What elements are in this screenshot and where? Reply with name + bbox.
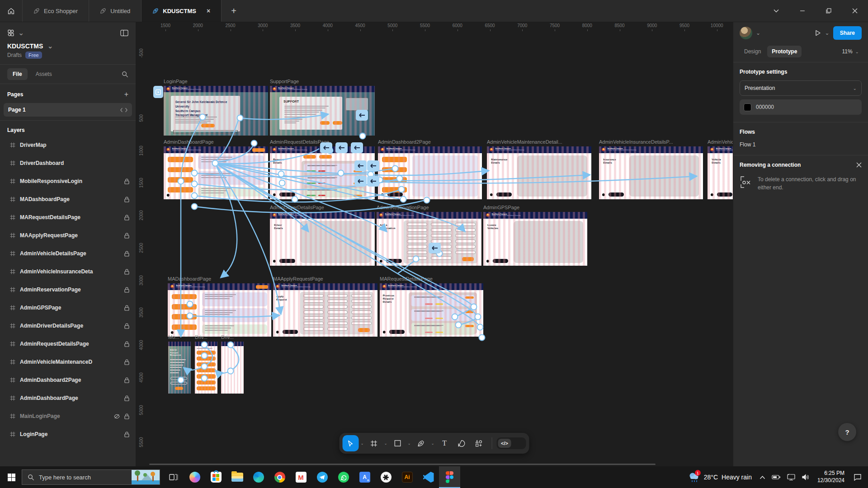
frame-adminrequestdetailspage[interactable]: AdminRequestDetailsPageSouthern CampusGe…	[270, 146, 375, 199]
taskbar-app-copilot[interactable]	[184, 466, 205, 488]
maximize-button[interactable]	[816, 0, 842, 22]
new-tab-button[interactable]: +	[222, 0, 246, 22]
connection-node[interactable]	[192, 204, 198, 210]
lock-icon[interactable]	[124, 305, 129, 311]
mobile-menu-pill[interactable]	[197, 362, 216, 366]
form-input[interactable]	[455, 234, 476, 238]
form-input[interactable]	[303, 327, 324, 331]
logout-pill[interactable]	[256, 285, 268, 289]
form-input[interactable]	[455, 228, 476, 232]
layer-item-mobileresponsivelogin[interactable]: MobileResponsiveLogin	[0, 172, 136, 190]
frame-adminreservationpage[interactable]: AdminReservationPageSouthern CampusGener…	[377, 212, 481, 266]
taskbar-clock[interactable]: 6:25 PM 12/30/2024	[813, 470, 849, 484]
form-input[interactable]	[351, 322, 372, 325]
minimize-button[interactable]	[789, 0, 816, 22]
comment-tool[interactable]	[453, 435, 470, 451]
layer-item-adminvehicleinsurancedeta[interactable]: AdminVehicleInsuranceDeta	[0, 263, 136, 281]
layer-item-adminvehicledetailspage[interactable]: AdminVehicleDetailsPage	[0, 244, 136, 263]
action-pill[interactable]	[319, 155, 332, 159]
move-tool[interactable]	[342, 435, 359, 451]
taskbar-app-vscode[interactable]	[418, 466, 439, 488]
lock-icon[interactable]	[124, 233, 129, 239]
lock-icon[interactable]	[124, 251, 129, 257]
form-input[interactable]	[327, 322, 348, 325]
nav-pill[interactable]	[172, 304, 197, 310]
form-input[interactable]	[327, 305, 348, 309]
form-input[interactable]	[303, 316, 324, 320]
mobile-input[interactable]	[170, 382, 187, 385]
back-button-pill[interactable]	[493, 259, 509, 263]
layer-item-mainloginpage[interactable]: MainLoginPage	[0, 407, 136, 425]
form-input[interactable]	[407, 256, 427, 260]
share-button[interactable]: Share	[833, 26, 862, 40]
tab-file[interactable]: File	[7, 68, 28, 80]
file-tab-untitled[interactable]: Untitled	[89, 0, 142, 22]
nav-pill[interactable]	[172, 324, 197, 330]
weather-widget[interactable]: 1 28°C Heavy rain	[683, 466, 756, 488]
lock-icon[interactable]	[124, 341, 129, 347]
form-input[interactable]	[327, 310, 348, 314]
layer-item-adminvehiclemaintenanced[interactable]: AdminVehicleMaintenanceD	[0, 353, 136, 371]
form-input[interactable]	[303, 294, 324, 298]
search-highlight-image[interactable]	[132, 469, 160, 485]
submit-button[interactable]	[462, 257, 474, 261]
file-title-chevron[interactable]: ⌄	[47, 42, 53, 50]
lock-icon[interactable]	[124, 432, 129, 437]
close-window-button[interactable]	[842, 0, 868, 22]
frame-admindriverdetailspage[interactable]: AdminDriverDetailsPageSouthern CampusGen…	[270, 212, 375, 266]
mobile-menu-pill[interactable]	[197, 357, 216, 361]
page-item-page1[interactable]: Page 1	[4, 103, 132, 117]
login-button[interactable]	[201, 124, 215, 128]
frame-label[interactable]: AdminGPSPage	[483, 205, 519, 210]
frame-adminvehicleinsurancedetailsp-[interactable]: AdminVehicleInsuranceDetailsP...Southern…	[599, 146, 703, 199]
layer-item-maapplyrequestpage[interactable]: MAApplyRequestPage	[0, 226, 136, 244]
zoom-level[interactable]: 11% ⌄	[839, 47, 862, 56]
form-input[interactable]	[303, 322, 324, 325]
back-button-pill[interactable]	[386, 259, 402, 263]
submit-button[interactable]	[358, 328, 370, 332]
flow-start-badge[interactable]	[153, 86, 163, 98]
frame-label[interactable]: AdminDashboard2Page	[378, 139, 431, 145]
row-pill[interactable]	[354, 195, 362, 197]
taskbar-app-chatgpt[interactable]	[375, 466, 396, 488]
tab-prototype[interactable]: Prototype	[767, 46, 802, 57]
home-button[interactable]	[0, 0, 23, 22]
frame-admindashboard2page[interactable]: AdminDashboard2PageSouthern CampusGenera…	[378, 146, 482, 199]
frame-label[interactable]: MADashboardPage	[168, 276, 211, 282]
frame-label[interactable]: Mo...	[168, 334, 179, 340]
row-pill[interactable]	[465, 325, 473, 327]
user-avatar[interactable]	[740, 27, 752, 39]
back-button-pill[interactable]	[389, 330, 405, 334]
form-input[interactable]	[455, 239, 476, 243]
start-button[interactable]	[1, 466, 22, 488]
frame-admindashboardpage[interactable]: AdminDashboardPageSouthern CampusGeneral…	[164, 146, 268, 199]
taskbar-app-task-view[interactable]	[163, 466, 184, 488]
flow-item[interactable]: Flow 1	[740, 141, 862, 148]
pen-tool-chevron[interactable]: ⌄	[430, 441, 435, 446]
frame-admingpspage[interactable]: AdminGPSPageSouthern CampusGeneral Sir J…	[483, 212, 587, 266]
support-button-1[interactable]	[320, 121, 330, 125]
taskbar-app-figma[interactable]	[439, 466, 460, 488]
canvas[interactable]: 1500200025003000350040004500500055006000…	[136, 22, 733, 466]
back-button-pill[interactable]	[279, 259, 295, 263]
taskbar-app-illustrator[interactable]: Ai	[396, 466, 418, 488]
frame-label[interactable]: AdminVehicleDetailsPage	[708, 139, 733, 145]
lock-icon[interactable]	[124, 215, 129, 221]
mobile-menu-pill[interactable]	[197, 380, 216, 385]
search-icon[interactable]	[122, 71, 128, 78]
form-input[interactable]	[351, 316, 372, 320]
battery-icon[interactable]	[769, 466, 784, 488]
layer-item-admindashboardpage[interactable]: AdminDashboardPage	[0, 389, 136, 407]
frame-mo-[interactable]: Mo...KDU SC Transport Management	[168, 342, 191, 394]
tab-assets[interactable]: Assets	[30, 68, 57, 80]
nav-pill[interactable]	[168, 167, 193, 173]
layer-item-admindriverdetailspage[interactable]: AdminDriverDetailsPage	[0, 317, 136, 335]
taskbar-app-file-explorer[interactable]	[226, 466, 248, 488]
frame-label[interactable]: Driv...	[221, 334, 234, 340]
frame-maapplyrequestpage[interactable]: MAApplyRequestPageSouthern CampusGeneral…	[273, 283, 377, 337]
window-menu-chevron[interactable]	[763, 0, 789, 22]
frame-label[interactable]: AdminRequestDetailsPage	[270, 139, 329, 145]
taskbar-app-store[interactable]	[205, 466, 226, 488]
form-input[interactable]	[455, 245, 476, 249]
present-chevron[interactable]: ⌄	[825, 30, 830, 36]
